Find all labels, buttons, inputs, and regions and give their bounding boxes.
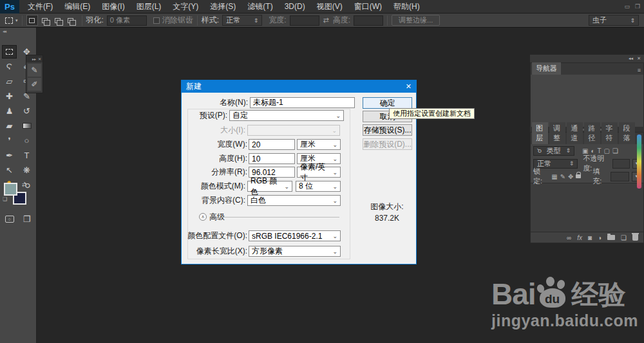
color-depth-select[interactable]: 8 位 ⌄ — [296, 181, 341, 192]
filter-type-layers-icon[interactable]: T — [598, 147, 601, 154]
rectangular-marquee-tool[interactable] — [2, 45, 17, 59]
tool-presets-button[interactable]: ✎ — [28, 64, 41, 77]
brush-presets-button[interactable]: ✐ — [28, 78, 41, 91]
menu-type[interactable]: 文字(Y) — [167, 0, 204, 14]
collapse-dock-icon[interactable]: ◂◂ — [629, 56, 633, 61]
dodge-tool[interactable]: ○ — [19, 134, 34, 147]
opacity-input[interactable] — [612, 159, 630, 169]
tool-preset-picker[interactable]: ▾ — [5, 17, 18, 24]
lock-pixels-icon[interactable]: ✎ — [560, 173, 565, 180]
adjustment-layer-icon[interactable]: ◑ — [598, 234, 601, 241]
delete-layer-icon[interactable] — [632, 234, 638, 241]
clone-stamp-tool[interactable]: ♟ — [2, 104, 17, 118]
tab-character[interactable]: 字符 — [601, 122, 618, 144]
link-layers-icon[interactable]: ∞ — [567, 234, 571, 241]
size-select: ⌄ — [247, 125, 340, 136]
minimize-icon[interactable]: ▭ — [624, 3, 630, 10]
tab-paragraph[interactable]: 段落 — [619, 122, 635, 144]
layer-mask-icon[interactable]: ◙ — [588, 234, 592, 241]
history-brush-tool[interactable]: ↺ — [19, 104, 34, 118]
color-mode-select[interactable]: RGB 颜色 ⌄ — [247, 181, 292, 192]
workspace-select[interactable]: 虫子 ⇕ — [589, 15, 639, 26]
restore-icon[interactable]: ❐ — [635, 3, 640, 10]
blur-tool[interactable]: ❜ — [2, 134, 17, 147]
swap-colors-icon[interactable]: ⇄ — [22, 181, 27, 188]
menu-edit[interactable]: 编辑(E) — [59, 0, 96, 14]
filter-adjustment-layers-icon[interactable]: ◐ — [591, 147, 594, 154]
tab-adjustments[interactable]: 调整 — [549, 122, 565, 144]
subtract-selection-button[interactable] — [52, 15, 64, 26]
custom-shape-tool[interactable]: ❋ — [19, 163, 34, 177]
filter-smart-objects-icon[interactable]: ❏ — [612, 147, 618, 154]
fill-input[interactable] — [611, 172, 629, 181]
type-tool[interactable]: T — [19, 149, 34, 162]
default-colors-icon[interactable]: ❏ — [3, 196, 7, 202]
menu-file[interactable]: 文件(F) — [22, 0, 59, 14]
feather-input[interactable]: 0 像素 — [107, 15, 147, 26]
healing-brush-tool[interactable]: ✚ — [2, 89, 17, 103]
tab-navigator[interactable]: 导航器 — [532, 62, 561, 75]
gradient-tool[interactable] — [19, 119, 34, 133]
pen-tool[interactable]: ✒ — [2, 149, 17, 162]
filter-pixel-layers-icon[interactable]: ▣ — [582, 147, 588, 154]
dialog-title: 新建 — [186, 81, 202, 92]
tab-paths[interactable]: 路径 — [584, 122, 600, 144]
layer-style-icon[interactable]: fx — [577, 234, 582, 241]
antialias-checkbox[interactable] — [153, 17, 160, 24]
quick-mask-button[interactable]: ○ — [2, 212, 17, 226]
refine-edge-button[interactable]: 调整边缘... — [392, 15, 440, 26]
perspective-crop-tool[interactable]: ▱ — [2, 75, 17, 88]
width-input[interactable] — [290, 15, 319, 26]
chevron-down-icon: ⌄ — [332, 248, 337, 255]
save-preset-button[interactable]: 存储预设(S)... — [363, 124, 412, 136]
swap-dimensions-icon[interactable]: ⇄ — [323, 16, 329, 24]
foreground-color-swatch[interactable] — [4, 183, 17, 196]
pixel-aspect-select[interactable]: 方形像素 ⌄ — [249, 246, 341, 257]
new-selection-button[interactable] — [26, 15, 38, 26]
updown-arrows-icon: ⇕ — [569, 160, 574, 167]
style-select[interactable]: 正常 ⇕ — [222, 15, 262, 26]
menu-3d[interactable]: 3D(D) — [279, 0, 311, 14]
tab-channels[interactable]: 通道 — [567, 122, 583, 144]
lock-transparency-icon[interactable]: ▦ — [551, 173, 557, 180]
eraser-tool[interactable]: ▰ — [2, 119, 17, 133]
path-selection-tool[interactable]: ↖ — [2, 163, 17, 177]
ok-button[interactable]: 确定 — [363, 97, 412, 109]
filter-shape-layers-icon[interactable]: ▢ — [604, 147, 610, 154]
height-input[interactable] — [354, 15, 383, 26]
close-icon[interactable]: ✕ — [406, 82, 412, 91]
new-layer-icon[interactable]: ❏ — [621, 234, 627, 241]
new-group-icon[interactable] — [607, 235, 615, 240]
filter-type-select[interactable]: ⚲ 类型 ⇕ — [533, 146, 574, 156]
expand-panel-icon[interactable]: ▸▸ — [32, 57, 36, 61]
add-selection-button[interactable] — [39, 15, 51, 26]
preset-select[interactable]: 自定 ⌄ — [229, 110, 344, 121]
width-unit-select[interactable]: 厘米 ⌄ — [297, 139, 341, 150]
tab-layers[interactable]: 图层 — [532, 122, 548, 144]
menu-window[interactable]: 窗口(W) — [348, 0, 388, 14]
screen-mode-button[interactable]: ❐ — [19, 212, 34, 226]
close-dock-icon[interactable]: ✕ — [637, 56, 641, 61]
color-profile-select[interactable]: sRGB IEC61966-2.1 ⌄ — [249, 230, 341, 241]
width-input[interactable]: 20 — [249, 139, 295, 150]
name-input[interactable]: 未标题-1 — [250, 97, 355, 108]
collapse-panel-icon[interactable]: ◂◂ — [3, 29, 6, 34]
menu-select[interactable]: 选择(S) — [204, 0, 242, 14]
menu-filter[interactable]: 滤镜(T) — [242, 0, 278, 14]
menu-image[interactable]: 图像(I) — [96, 0, 130, 14]
panel-menu-icon[interactable]: ≡ — [636, 66, 642, 75]
lasso-tool[interactable]: Ϛ — [2, 60, 17, 73]
intersect-selection-button[interactable] — [65, 15, 77, 26]
advanced-toggle-icon[interactable]: ∧ — [199, 213, 207, 221]
menu-help[interactable]: 帮助(H) — [388, 0, 426, 14]
close-icon[interactable]: ✕ — [38, 57, 41, 61]
menu-view[interactable]: 视图(V) — [311, 0, 348, 14]
resolution-unit-select[interactable]: 像素/英寸 ⌄ — [297, 167, 341, 178]
lock-all-icon[interactable] — [576, 174, 581, 178]
color-spectrum-strip[interactable] — [637, 134, 641, 189]
background-contents-select[interactable]: 白色 ⌄ — [247, 195, 341, 206]
lock-position-icon[interactable]: ✥ — [568, 173, 573, 180]
height-input[interactable]: 10 — [249, 153, 295, 164]
dialog-title-bar[interactable]: 新建 ✕ — [182, 80, 416, 93]
menu-layer[interactable]: 图层(L) — [131, 0, 167, 14]
